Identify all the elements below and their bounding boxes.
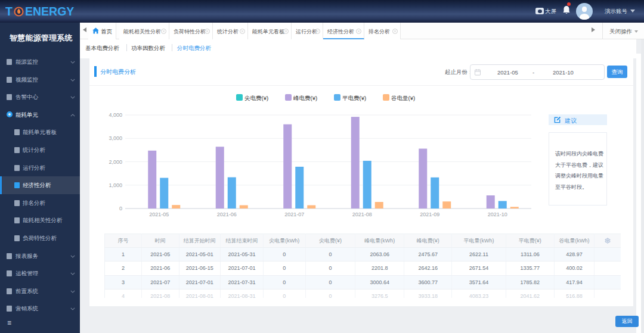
svg-text:4,000: 4,000 (109, 112, 122, 118)
svg-text:2021-06: 2021-06 (217, 211, 237, 217)
svg-text:2,000: 2,000 (109, 159, 122, 165)
svg-text:3,000: 3,000 (109, 135, 122, 141)
svg-text:2021-05: 2021-05 (149, 211, 169, 217)
svg-text:2021-09: 2021-09 (420, 211, 439, 217)
svg-text:1,000: 1,000 (109, 182, 122, 188)
svg-text:2021-08: 2021-08 (352, 211, 372, 217)
svg-text:2021-07: 2021-07 (284, 211, 304, 217)
svg-text:0: 0 (119, 206, 122, 211)
svg-text:2021-10: 2021-10 (488, 211, 507, 217)
